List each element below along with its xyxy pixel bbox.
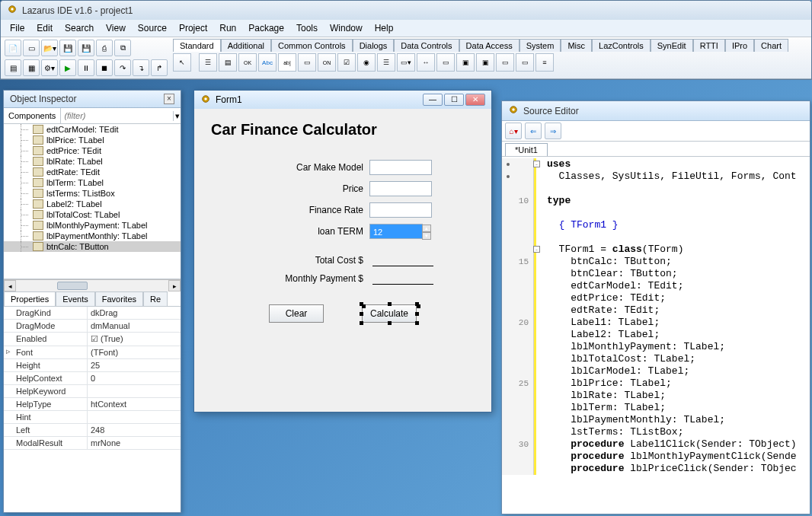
menu-tools[interactable]: Tools [290, 21, 324, 35]
form-heading[interactable]: Car Finance Calculator [211, 121, 377, 139]
inspector-titlebar[interactable]: Object Inspector × [4, 91, 181, 108]
monthly-payment-label[interactable]: Monthly Payment $ [203, 273, 369, 284]
car-model-input[interactable] [369, 160, 432, 175]
palette-tab-data-controls[interactable]: Data Controls [394, 39, 459, 52]
property-row[interactable]: Left248 [4, 424, 181, 437]
ide-titlebar[interactable]: Lazarus IDE v1.6 - project1 [1, 1, 811, 20]
step-over-button[interactable]: ↷ [114, 59, 131, 76]
tgroupbox-palette[interactable]: ▭ [436, 53, 455, 72]
prop-tab-events[interactable]: Events [56, 291, 95, 306]
property-row[interactable]: DragModedmManual [4, 320, 181, 333]
code-area[interactable]: -uses Classes, SysUtils, FileUtil, Forms… [502, 157, 810, 476]
code-line[interactable]: lblTerm: TLabel; [502, 402, 810, 414]
code-line[interactable] [502, 231, 810, 244]
palette-tab-rtti[interactable]: RTTI [693, 39, 725, 52]
code-line[interactable]: 30 procedure Label1Click(Sender: TObject… [502, 438, 810, 451]
code-line[interactable]: Label2: TLabel; [502, 329, 810, 341]
tree-item[interactable]: edtCarModel: TEdit [4, 124, 181, 135]
code-line[interactable]: edtPrice: TEdit; [502, 292, 810, 304]
tlabel-palette[interactable]: Abc [258, 53, 277, 72]
form-canvas[interactable]: Car Finance Calculator Car Make Model Pr… [194, 109, 491, 412]
nav-back-button[interactable]: ⇐ [525, 123, 542, 139]
code-line[interactable]: edtCarModel: TEdit; [502, 280, 810, 292]
code-line[interactable] [502, 183, 810, 195]
spin-down-icon[interactable]: ▾ [422, 232, 431, 240]
property-row[interactable]: Height25 [4, 359, 181, 372]
tactionlist-palette[interactable]: ≡ [535, 53, 554, 72]
view-forms-button[interactable]: ▦ [23, 59, 40, 76]
car-model-label[interactable]: Car Make Model [203, 162, 369, 173]
jump-back-dropdown[interactable]: ⌂▾ [505, 123, 522, 139]
palette-tab-system[interactable]: System [519, 39, 561, 52]
menu-run[interactable]: Run [213, 21, 242, 35]
palette-tab-common-controls[interactable]: Common Controls [271, 39, 353, 52]
code-line[interactable]: btnClear: TButton; [502, 268, 810, 280]
tree-item[interactable]: lstTerms: TListBox [4, 188, 181, 199]
code-line[interactable] [502, 207, 810, 219]
code-line[interactable]: 20 Label1: TLabel; [502, 317, 810, 329]
menu-view[interactable]: View [100, 21, 132, 35]
menu-project[interactable]: Project [173, 21, 213, 35]
code-line[interactable]: - TForm1 = class(TForm) [502, 244, 810, 256]
tree-item[interactable]: lblTerm: TLabel [4, 177, 181, 188]
menu-window[interactable]: Window [324, 21, 369, 35]
tree-item[interactable]: btnCalc: TButton [4, 241, 181, 252]
palette-tab-data-access[interactable]: Data Access [459, 39, 519, 52]
pause-button[interactable]: ⏸ [78, 59, 94, 76]
source-titlebar[interactable]: Source Editor [502, 101, 810, 121]
palette-tab-synedit[interactable]: SynEdit [651, 39, 693, 52]
total-cost-label[interactable]: Total Cost $ [203, 255, 369, 266]
code-line[interactable]: { TForm1 } [502, 219, 810, 231]
price-label[interactable]: Price [203, 183, 369, 194]
code-line[interactable]: lstTerms: TListBox; [502, 426, 810, 438]
tcombobox-palette[interactable]: ▭▾ [397, 53, 415, 72]
menu-file[interactable]: File [4, 21, 30, 35]
palette-tab-dialogs[interactable]: Dialogs [353, 39, 395, 52]
code-line[interactable]: 10type [502, 195, 810, 207]
palette-tab-misc[interactable]: Misc [561, 39, 592, 52]
property-row[interactable]: HelpContext0 [4, 372, 181, 385]
spin-up-icon[interactable]: ▴ [422, 225, 431, 232]
property-row[interactable]: Hint [4, 411, 181, 424]
term-listbox[interactable]: 12 ▴▾ [369, 224, 423, 239]
term-label[interactable]: loan TERM [203, 226, 369, 237]
component-tree[interactable]: edtCarModel: TEditlblPrice: TLabeledtPri… [4, 124, 181, 279]
minimize-button[interactable]: — [423, 94, 443, 106]
property-row[interactable]: ModalResultmrNone [4, 437, 181, 450]
scroll-left-icon[interactable]: ◂ [4, 280, 16, 291]
total-cost-value[interactable] [372, 254, 433, 266]
filter-dropdown-icon[interactable]: ▾ [173, 111, 181, 121]
tree-item[interactable]: lblTotalCost: TLabel [4, 209, 181, 220]
monthly-payment-value[interactable] [372, 272, 433, 285]
tedit-palette[interactable]: ab| [278, 53, 296, 72]
tree-item[interactable]: lblRate: TLabel [4, 156, 181, 167]
view-units-button[interactable]: ▤ [5, 59, 21, 76]
tree-h-scrollbar[interactable]: ◂ ▸ [4, 279, 181, 291]
palette-tab-chart[interactable]: Chart [754, 39, 788, 52]
step-out-button[interactable]: ↱ [151, 59, 168, 76]
price-input[interactable] [369, 181, 432, 196]
tframe-palette[interactable]: ▭ [516, 53, 534, 72]
ttogglebox-palette[interactable]: ON [318, 53, 336, 72]
rate-label[interactable]: Finance Rate [203, 205, 369, 215]
tlistbox-palette[interactable]: ☰ [377, 53, 395, 72]
palette-tab-standard[interactable]: Standard [173, 39, 221, 52]
tpanel-palette[interactable]: ▭ [496, 53, 514, 72]
tcheckgroup-palette[interactable]: ▣ [476, 53, 494, 72]
form1-titlebar[interactable]: Form1 — ☐ ✕ [194, 91, 491, 109]
new-form-button[interactable]: ▭ [23, 40, 40, 56]
property-row[interactable]: HelpTypehtContext [4, 398, 181, 411]
property-row[interactable]: DragKinddkDrag [4, 307, 181, 320]
code-line[interactable]: lblPaymentMonthly: TLabel; [502, 414, 810, 426]
palette-tab-additional[interactable]: Additional [221, 39, 271, 52]
rate-input[interactable] [369, 202, 432, 218]
unit1-tab[interactable]: *Unit1 [505, 143, 548, 156]
new-unit-button[interactable]: 📄 [5, 40, 21, 56]
maximize-button[interactable]: ☐ [444, 94, 464, 106]
nav-forward-button[interactable]: ⇒ [545, 123, 561, 139]
code-line[interactable]: Classes, SysUtils, FileUtil, Forms, Cont [502, 170, 810, 183]
scroll-right-icon[interactable]: ▸ [168, 280, 181, 291]
code-line[interactable]: 25 lblPrice: TLabel; [502, 377, 810, 390]
property-grid[interactable]: DragKinddkDragDragModedmManualEnabled☑ (… [4, 307, 181, 450]
run-button[interactable]: ▶ [59, 59, 76, 76]
